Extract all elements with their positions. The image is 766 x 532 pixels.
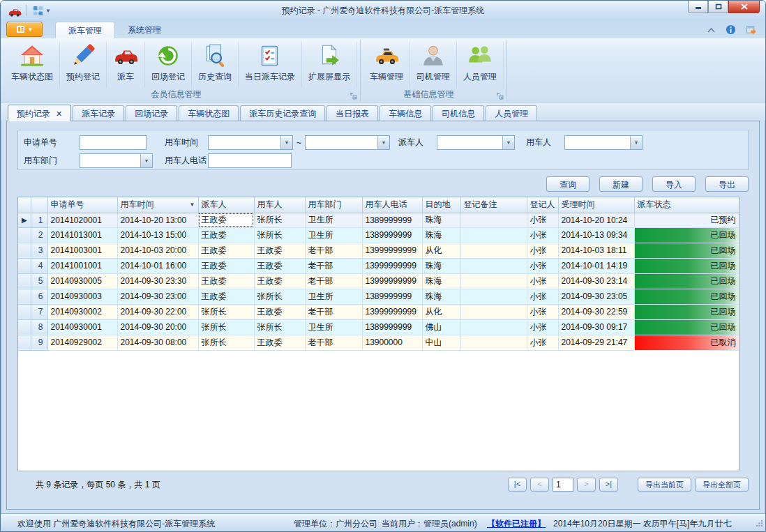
last-page-button[interactable]: >| bbox=[599, 478, 618, 492]
ribbon-button-return-register[interactable]: 回场登记 bbox=[145, 41, 192, 89]
cell-status[interactable]: 已回场 bbox=[634, 227, 739, 243]
cell-status[interactable]: 已回场 bbox=[634, 243, 739, 258]
grid-header-dispatcher[interactable]: 派车人 bbox=[198, 197, 254, 213]
chevron-down-icon[interactable]: ▼ bbox=[502, 136, 514, 149]
cell-dispatcher[interactable]: 王政委 bbox=[198, 213, 254, 227]
doc-tab-dispatch-records[interactable]: 派车记录 bbox=[73, 105, 124, 121]
cell-order_no[interactable]: 20141001001 bbox=[47, 258, 117, 273]
grid-header-order_no[interactable]: 申请单号 bbox=[47, 197, 117, 213]
cell-destination[interactable]: 从化 bbox=[422, 304, 460, 319]
resize-grip[interactable] bbox=[756, 519, 763, 529]
table-row[interactable]: 6201409300032014-09-30 23:00王政委张所长卫生所138… bbox=[18, 289, 739, 304]
cell-accept_time[interactable]: 2014-09-30 23:05 bbox=[558, 289, 634, 304]
cell-use_time[interactable]: 2014-10-01 16:00 bbox=[117, 258, 198, 273]
cell-user[interactable]: 张所长 bbox=[254, 227, 305, 243]
chevron-down-icon[interactable]: ▼ bbox=[377, 136, 389, 149]
cell-user[interactable]: 张所长 bbox=[254, 319, 305, 335]
cell-registrar[interactable]: 小张 bbox=[527, 335, 558, 350]
cell-status[interactable]: 已预约 bbox=[634, 213, 739, 227]
cell-department[interactable]: 老干部 bbox=[305, 304, 362, 319]
cell-registrar[interactable]: 小张 bbox=[527, 243, 558, 258]
cell-use_time[interactable]: 2014-10-03 20:00 bbox=[117, 243, 198, 258]
cell-status[interactable]: 已回场 bbox=[634, 319, 739, 335]
cell-remark[interactable] bbox=[460, 273, 527, 289]
ribbon-button-vehicle-manage[interactable]: 车辆管理 bbox=[363, 41, 410, 89]
cell-department[interactable]: 卫生所 bbox=[305, 213, 362, 227]
chevron-down-icon[interactable]: ▼ bbox=[630, 136, 642, 149]
cell-remark[interactable] bbox=[460, 258, 527, 273]
cell-remark[interactable] bbox=[460, 213, 527, 227]
cell-department[interactable]: 卫生所 bbox=[305, 319, 362, 335]
import-button[interactable]: 导入 bbox=[652, 176, 696, 192]
ribbon-button-vehicle-status-map[interactable]: 车辆状态图 bbox=[5, 41, 60, 89]
chevron-down-icon[interactable]: ▼ bbox=[140, 154, 152, 167]
close-tab-icon[interactable]: ✕ bbox=[56, 109, 62, 118]
cell-remark[interactable] bbox=[460, 243, 527, 258]
table-row[interactable]: 2201410130012014-10-13 15:00王政委张所长卫生所138… bbox=[18, 227, 739, 243]
cell-order_no[interactable]: 20141013001 bbox=[47, 227, 117, 243]
cell-department[interactable]: 卫生所 bbox=[305, 289, 362, 304]
cell-department[interactable]: 老干部 bbox=[305, 335, 362, 350]
collapse-ribbon-button[interactable] bbox=[707, 26, 716, 36]
cell-destination[interactable]: 珠海 bbox=[422, 289, 460, 304]
cell-user[interactable]: 张所长 bbox=[254, 213, 305, 227]
export-button[interactable]: 导出 bbox=[705, 176, 749, 192]
cell-phone[interactable]: 13999999999 bbox=[362, 273, 422, 289]
cell-use_time[interactable]: 2014-09-30 22:00 bbox=[117, 304, 198, 319]
cell-remark[interactable] bbox=[460, 319, 527, 335]
export-all-pages-button[interactable]: 导出全部页 bbox=[695, 478, 749, 492]
cell-order_no[interactable]: 20141003001 bbox=[47, 243, 117, 258]
cell-dispatcher[interactable]: 张所长 bbox=[198, 335, 254, 350]
ribbon-button-dispatch[interactable]: 派车 bbox=[107, 41, 145, 89]
dialog-launcher-icon[interactable] bbox=[497, 93, 504, 100]
table-row[interactable]: 5201409300052014-09-30 23:30王政委王政委老干部139… bbox=[18, 273, 739, 289]
cell-use_time[interactable]: 2014-10-13 15:00 bbox=[117, 227, 198, 243]
cell-destination[interactable]: 佛山 bbox=[422, 319, 460, 335]
minimize-button[interactable] bbox=[688, 1, 708, 13]
cell-department[interactable]: 老干部 bbox=[305, 258, 362, 273]
table-row[interactable]: 8201409300012014-09-30 20:00张所长张所长卫生所138… bbox=[18, 319, 739, 335]
cell-accept_time[interactable]: 2014-09-30 22:59 bbox=[558, 304, 634, 319]
dialog-launcher-icon[interactable] bbox=[350, 93, 358, 100]
doc-tab-daily-report[interactable]: 当日报表 bbox=[326, 105, 378, 121]
cell-accept_time[interactable]: 2014-09-30 09:17 bbox=[558, 319, 634, 335]
cell-use_time[interactable]: 2014-09-30 20:00 bbox=[117, 319, 198, 335]
cell-user[interactable]: 王政委 bbox=[254, 273, 305, 289]
cell-phone[interactable]: 1389999999 bbox=[362, 213, 422, 227]
table-row[interactable]: 9201409290022014-09-30 08:00张所长王政委老干部139… bbox=[18, 335, 739, 350]
cell-destination[interactable]: 中山 bbox=[422, 335, 460, 350]
cell-destination[interactable]: 从化 bbox=[422, 243, 460, 258]
order-no-input[interactable] bbox=[80, 135, 147, 150]
cell-status[interactable]: 已回场 bbox=[634, 273, 739, 289]
grid-header-status[interactable]: 派车状态 bbox=[634, 197, 739, 213]
table-row[interactable]: 7201409300022014-09-30 22:00张所长王政委老干部139… bbox=[18, 304, 739, 319]
cell-accept_time[interactable]: 2014-10-20 10:24 bbox=[558, 213, 634, 227]
cell-dispatcher[interactable]: 王政委 bbox=[198, 258, 254, 273]
cell-dispatcher[interactable]: 张所长 bbox=[198, 319, 254, 335]
cell-registrar[interactable]: 小张 bbox=[527, 213, 558, 227]
dispatcher-select[interactable]: ▼ bbox=[437, 135, 515, 150]
cell-dispatcher[interactable]: 王政委 bbox=[198, 289, 254, 304]
first-page-button[interactable]: |< bbox=[508, 478, 527, 492]
cell-remark[interactable] bbox=[460, 335, 527, 350]
cell-accept_time[interactable]: 2014-10-03 18:11 bbox=[558, 243, 634, 258]
cell-order_no[interactable]: 20140930001 bbox=[47, 319, 117, 335]
grid-header-destination[interactable]: 目的地 bbox=[422, 197, 460, 213]
cell-registrar[interactable]: 小张 bbox=[527, 289, 558, 304]
cell-accept_time[interactable]: 2014-10-01 14:19 bbox=[558, 258, 634, 273]
next-page-button[interactable]: > bbox=[577, 478, 596, 492]
cell-dispatcher[interactable]: 王政委 bbox=[198, 243, 254, 258]
cell-registrar[interactable]: 小张 bbox=[527, 319, 558, 335]
user-select[interactable]: ▼ bbox=[564, 135, 643, 150]
cell-department[interactable]: 卫生所 bbox=[305, 227, 362, 243]
cell-use_time[interactable]: 2014-09-30 08:00 bbox=[117, 335, 198, 350]
use-time-from-picker[interactable]: ▼ bbox=[208, 135, 293, 150]
prev-page-button[interactable]: < bbox=[530, 478, 549, 492]
cell-status[interactable]: 已回场 bbox=[634, 304, 739, 319]
cell-destination[interactable]: 珠海 bbox=[422, 213, 460, 227]
cell-use_time[interactable]: 2014-09-30 23:30 bbox=[117, 273, 198, 289]
table-row[interactable]: 4201410010012014-10-01 16:00王政委王政委老干部139… bbox=[18, 258, 739, 273]
cell-order_no[interactable]: 20141020001 bbox=[47, 213, 117, 227]
export-current-page-button[interactable]: 导出当前页 bbox=[638, 478, 691, 492]
cell-registrar[interactable]: 小张 bbox=[527, 304, 558, 319]
